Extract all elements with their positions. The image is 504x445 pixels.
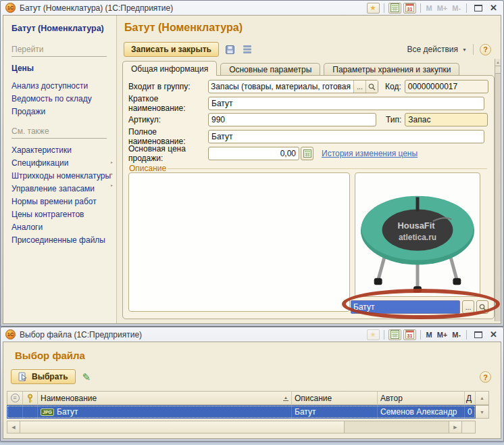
description-textarea[interactable]: [128, 172, 350, 312]
item-image[interactable]: HousaFit atletica.ru: [355, 172, 480, 297]
record-marker-column-header[interactable]: ≡: [7, 391, 23, 405]
1c-app-icon: 1С: [5, 3, 16, 13]
sidebar-item-warehouse-report[interactable]: Ведомость по складу: [11, 93, 116, 106]
calendar-icon[interactable]: 31: [403, 329, 416, 340]
price-input[interactable]: [208, 147, 299, 160]
form-scrollbar[interactable]: ▲: [495, 59, 501, 321]
close-button[interactable]: ✕: [488, 330, 499, 339]
calculator-icon[interactable]: [388, 329, 401, 340]
1c-app-icon: 1С: [5, 329, 16, 339]
toolbar-right: Все действия ▼ ?: [407, 44, 491, 55]
short-name-input[interactable]: [208, 97, 484, 110]
row-description-cell: Батут: [292, 405, 378, 419]
memory-m-plus-button[interactable]: M+: [436, 331, 449, 339]
save-and-close-button[interactable]: Записать и закрыть: [124, 42, 219, 57]
close-button[interactable]: ✕: [488, 3, 499, 12]
table-body: JPG Батут Батут Семенов Александр 0 ▼: [7, 405, 489, 419]
sidebar-item-characteristics[interactable]: Характеристики: [11, 144, 116, 157]
memory-m-minus-button[interactable]: M-: [451, 4, 462, 12]
save-button[interactable]: [224, 43, 236, 56]
maximize-button[interactable]: [474, 331, 482, 338]
description-legend: Описание: [129, 164, 166, 173]
code-field: 00000000017: [405, 80, 488, 93]
titlebar-separator: [384, 330, 384, 339]
image-search-button[interactable]: [476, 300, 488, 314]
titlebar-file-select[interactable]: 1С Выбор файла (1С:Предприятие) ★ 31 M M…: [1, 327, 503, 342]
memory-m-button[interactable]: M: [425, 331, 434, 339]
image-caption-row: ...: [351, 300, 488, 314]
maximize-button[interactable]: [474, 5, 482, 11]
help-button[interactable]: ?: [480, 371, 491, 383]
sidebar-item-work-time-norms[interactable]: Нормы времени работ: [11, 195, 116, 208]
tab-storage-purchase-parameters[interactable]: Параметры хранения и закупки: [324, 63, 459, 76]
calculator-icon[interactable]: [388, 3, 401, 14]
column-header-author[interactable]: Автор: [378, 391, 465, 405]
table-scroll-up-button[interactable]: ▲: [476, 391, 489, 405]
select-cursor-icon: [18, 372, 28, 381]
article-input[interactable]: [208, 113, 376, 126]
full-name-input[interactable]: [208, 130, 484, 143]
sidebar-item-availability[interactable]: Анализ доступности: [11, 80, 116, 93]
window-title: Батут (Номенклатура) (1С:Предприятие): [20, 3, 363, 13]
group-search-button[interactable]: [366, 80, 378, 93]
price-calculator-button[interactable]: [301, 147, 313, 160]
reread-list-button[interactable]: [241, 43, 254, 56]
scroll-left-button[interactable]: ◀: [7, 421, 20, 434]
memory-m-plus-button[interactable]: M+: [436, 4, 449, 12]
sidebar-item-sales[interactable]: Продажи: [11, 106, 116, 118]
edit-pencil-icon[interactable]: ✎: [82, 372, 91, 382]
toolbar-separator: [473, 44, 474, 55]
group-ellipsis-button[interactable]: ...: [353, 80, 366, 93]
row-name-value: Батут: [57, 407, 78, 417]
form-row-short-name: Краткое наименование:: [128, 97, 484, 110]
scrollbar-thumb[interactable]: [20, 421, 345, 433]
group-label: Входит в группу:: [128, 82, 208, 91]
help-button[interactable]: ?: [480, 44, 491, 55]
sidebar-item-specifications[interactable]: Спецификации: [11, 157, 116, 170]
titlebar-buttons: ★ 31 M M+ M- ✕: [367, 3, 500, 14]
memory-m-button[interactable]: M: [425, 4, 434, 12]
titlebar-separator: [384, 3, 384, 13]
sidebar-item-barcodes[interactable]: Штрихкоды номенклатуры: [11, 170, 116, 183]
all-actions-button[interactable]: Все действия: [407, 45, 458, 54]
sidebar-item-inventory-management[interactable]: Управление запасами: [11, 183, 116, 195]
window-body: Выбор файла Выбрать ✎ ? ≡ На: [3, 342, 501, 439]
scroll-thumb[interactable]: [495, 66, 501, 74]
price-history-link[interactable]: История изменения цены: [322, 149, 418, 158]
row-name-cell: JPG Батут: [38, 405, 292, 419]
sidebar-item-prices[interactable]: Цены: [11, 62, 116, 75]
titlebar-nomenclature[interactable]: 1С Батут (Номенклатура) (1С:Предприятие)…: [1, 1, 503, 15]
dialog-toolbar: Выбрать ✎: [11, 369, 91, 385]
calendar-icon[interactable]: 31: [403, 3, 416, 14]
scroll-right-button[interactable]: ▶: [449, 421, 462, 434]
image-ellipsis-button[interactable]: ...: [462, 300, 474, 314]
image-caption-input[interactable]: [351, 300, 460, 314]
sidebar-item-attached-files[interactable]: Присоединенные файлы: [11, 234, 116, 247]
scroll-up-icon[interactable]: ▲: [495, 59, 501, 66]
group-field[interactable]: Запасы (товары, материалы, готовая проду…: [208, 80, 378, 93]
1c-app-badge: 1С: [7, 332, 14, 337]
sidebar-item-counterparty-prices[interactable]: Цены контрагентов: [11, 208, 116, 221]
table-row-selected[interactable]: JPG Батут Батут Семенов Александр 0: [7, 405, 476, 419]
select-file-button[interactable]: Выбрать: [11, 369, 76, 384]
favorites-icon[interactable]: ★: [367, 329, 380, 340]
price-label: Основная цена продажи:: [128, 144, 208, 163]
tab-general-info[interactable]: Общая информация: [122, 61, 217, 76]
column-header-name[interactable]: Наименование ▲: [38, 391, 292, 405]
titlebar-separator: [466, 3, 467, 13]
sidebar-submenu-arrows: ▸ ▸ ▸: [111, 160, 113, 187]
column-header-date[interactable]: Д: [465, 391, 476, 405]
type-field: Запас: [405, 113, 488, 126]
sidebar-section-goto: Перейти: [11, 45, 107, 57]
table-horizontal-scrollbar: ◀ ▶: [7, 421, 489, 434]
magnifier-icon: [368, 83, 376, 91]
favorites-icon[interactable]: ★: [367, 3, 380, 14]
memory-m-minus-button[interactable]: M-: [451, 331, 462, 339]
sidebar-item-analogs[interactable]: Аналоги: [11, 221, 116, 234]
submenu-arrow-icon: ▸: [111, 183, 113, 187]
tab-main-parameters[interactable]: Основные параметры: [220, 63, 320, 76]
column-header-description[interactable]: Описание: [292, 391, 378, 405]
scrollbar-corner: [462, 421, 476, 434]
table-scroll-down-button[interactable]: ▼: [476, 405, 489, 419]
key-column-header[interactable]: [23, 391, 38, 405]
